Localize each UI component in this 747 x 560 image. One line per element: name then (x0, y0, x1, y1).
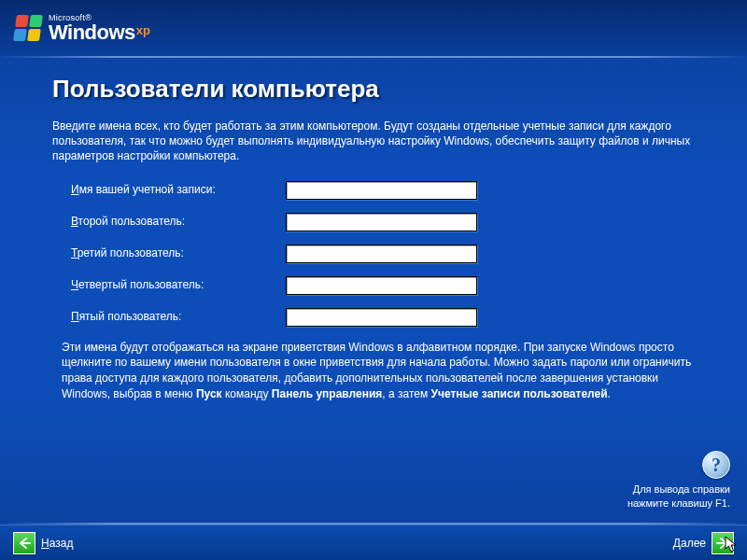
input-user-5[interactable] (286, 308, 477, 327)
row-user-3: Третий пользователь: (71, 245, 695, 263)
input-user-4[interactable] (286, 276, 477, 295)
arrow-left-icon (13, 532, 35, 554)
info-text: Эти имена будут отображаться на экране п… (52, 340, 695, 402)
back-button[interactable]: Назад (13, 532, 73, 554)
help-area: ? Для вывода справки нажмите клавишу F1. (627, 451, 730, 510)
row-user-4: Четвертый пользователь: (71, 276, 695, 295)
help-text-line2: нажмите клавишу F1. (627, 497, 730, 510)
row-user-5: Пятый пользователь: (71, 308, 695, 327)
label-user-3: Третий пользователь: (71, 246, 286, 259)
label-user-4: Четвертый пользователь: (71, 278, 286, 291)
windows-flag-icon (13, 15, 43, 41)
intro-text: Введите имена всех, кто будет работать з… (52, 119, 695, 164)
next-button[interactable]: Далее (673, 532, 734, 554)
help-text-line1: Для вывода справки (627, 483, 730, 496)
row-user-1: Имя вашей учетной записи: (71, 181, 695, 200)
label-user-5: Пятый пользователь: (71, 310, 286, 323)
label-user-1: Имя вашей учетной записи: (71, 183, 286, 196)
header: Microsoft® Windowsxp (0, 0, 747, 56)
row-user-2: Второй пользователь: (71, 213, 695, 231)
arrow-right-icon (712, 532, 734, 554)
footer: Назад Далее (0, 525, 747, 560)
label-user-2: Второй пользователь: (71, 215, 286, 228)
page-title: Пользователи компьютера (52, 75, 695, 104)
users-form: Имя вашей учетной записи: Второй пользов… (52, 181, 695, 327)
content-area: Пользователи компьютера Введите имена вс… (0, 58, 747, 402)
windows-logo-text: Microsoft® Windowsxp (49, 14, 150, 43)
input-user-3[interactable] (286, 245, 477, 263)
input-user-2[interactable] (286, 213, 477, 231)
help-icon[interactable]: ? (702, 451, 730, 479)
input-user-1[interactable] (286, 181, 477, 200)
